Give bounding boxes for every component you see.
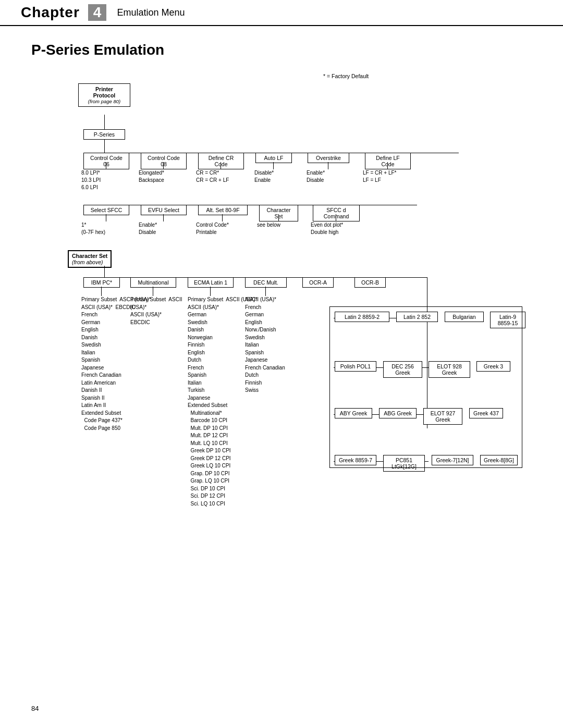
dec-mult-box: DEC Mult. [245, 277, 287, 288]
ocr-a-box: OCR-A [302, 277, 334, 288]
vline-ps [104, 139, 105, 153]
ibm-pc-box: IBM PC* [83, 277, 120, 288]
val-cs: see below [257, 221, 280, 229]
vline-sfcc [106, 214, 106, 221]
pp-line2: Protocol [82, 92, 127, 98]
vline-cc08 [163, 162, 164, 169]
main-content: P-Series Emulation * = Factory Default P… [0, 26, 563, 704]
val-dlf: LF = CR + LF*LF = LF [363, 169, 396, 184]
vline-alf [273, 162, 274, 169]
vline-ecma [210, 287, 211, 296]
multinational-list: Primary Subset ASCII (USA)* ASCII (USA)*… [130, 296, 182, 326]
vline-multi [153, 287, 153, 296]
diagram: * = Factory Default Printer Protocol (fr… [31, 73, 521, 672]
dec-list: ASCII (USA)* French German English Norw.… [245, 296, 308, 394]
page-header: Chapter 4 Emulation Menu [0, 0, 563, 26]
ecma-latin1-box: ECMA Latin 1 [188, 277, 234, 288]
vline-pp [104, 115, 105, 129]
vline-alt [222, 214, 223, 221]
multinational-box: Multinational [130, 277, 176, 288]
vline-dcr [221, 162, 221, 169]
val-sfccd: Even dot plot*Double high [311, 221, 343, 236]
val-dcr: CR = CR*CR = CR + LF [196, 169, 229, 184]
evfu-select: EVFU Select [141, 205, 187, 215]
val-sfcc: 1*(0-7F hex) [81, 221, 105, 236]
define-lf-code: Define LFCode [365, 153, 411, 169]
printer-protocol-box: Printer Protocol (from page 80) [78, 83, 130, 107]
pp-line1: Printer [82, 86, 127, 92]
define-cr-code: Define CRCode [198, 153, 244, 169]
vline-dec [265, 287, 266, 296]
sfcc-d-command: SFCC dCommand [313, 205, 360, 221]
char-set-label: Character Set (from above) [68, 250, 112, 268]
vline-evfu [163, 214, 164, 221]
overstrike: Overstrike [308, 153, 349, 163]
auto-lf: Auto LF [255, 153, 292, 163]
vline-cc06 [106, 162, 106, 169]
ocr-b-box: OCR-B [354, 277, 386, 288]
page-title: P-Series Emulation [31, 42, 532, 58]
vline-csl [104, 266, 105, 277]
chapter-title: Emulation Menu [117, 7, 185, 18]
vline-sfccd [336, 214, 336, 221]
control-code-06: Control Code06 [83, 153, 129, 169]
val-alf: Disable*Enable [254, 169, 274, 184]
pseries-box: P-Series [83, 129, 125, 140]
right-group-border [329, 306, 522, 468]
factory-note: * = Factory Default [323, 73, 369, 79]
val-ov: Enable*Disable [307, 169, 325, 184]
select-sfcc: Select SFCC [83, 205, 129, 215]
chapter-label: Chapter [21, 4, 80, 21]
val-cc06: 8.0 LPI*10.3 LPI6.0 LPI [81, 169, 101, 191]
vline-ov [328, 162, 328, 169]
val-alt: Control Code*Printable [196, 221, 229, 236]
control-code-08: Control Code08 [141, 153, 187, 169]
val-evfu: Enable*Disable [139, 221, 157, 236]
val-cc08: Elongated*Backspace [139, 169, 164, 184]
vline-ibm [101, 287, 102, 296]
vline-cs [278, 214, 279, 221]
vline-dlf [387, 162, 388, 169]
pp-line3: (from page 80) [82, 98, 127, 104]
alt-set-80-9f: Alt. Set 80-9F [198, 205, 248, 215]
chapter-number: 4 [88, 4, 107, 21]
page-number: 84 [31, 705, 39, 712]
